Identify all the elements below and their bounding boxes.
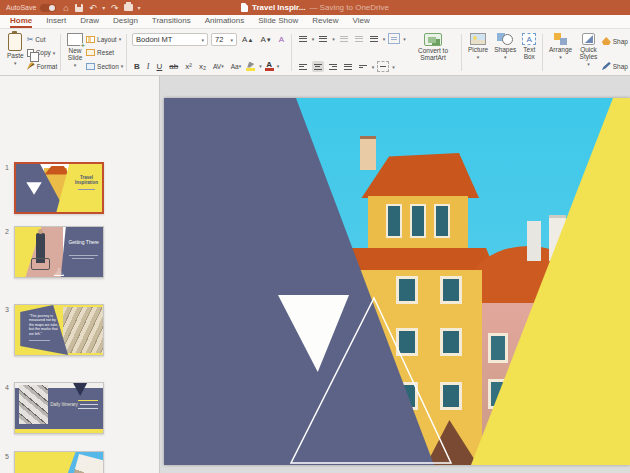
shrink-font-button[interactable]: A▼ (258, 34, 273, 46)
tab-insert[interactable]: Insert (46, 16, 66, 28)
picture-button[interactable]: Picture ▾ (465, 32, 491, 73)
columns-button[interactable] (388, 33, 400, 44)
underline-button[interactable]: U (155, 60, 165, 72)
thumb2-title: Getting There (68, 240, 100, 246)
new-slide-icon (67, 33, 83, 46)
paste-button[interactable]: Paste ▾ (4, 32, 27, 73)
cut-button[interactable]: ✂Cut (27, 33, 58, 45)
thumb4-yellow-strip (15, 429, 103, 434)
tab-draw[interactable]: Draw (80, 16, 99, 28)
italic-button[interactable]: I (145, 60, 152, 72)
ribbon-separator (60, 34, 61, 71)
ribbon-separator (291, 34, 292, 71)
slide-thumbnail-5[interactable]: Trip Goals (14, 451, 104, 473)
quick-styles-icon (582, 33, 595, 45)
shape-fill-button[interactable]: Shap (602, 35, 628, 47)
white-outline-triangle-shape[interactable] (164, 98, 630, 465)
redo-icon[interactable]: ↷ (109, 3, 120, 13)
slide-canvas[interactable] (164, 98, 630, 465)
tab-animations[interactable]: Animations (205, 16, 245, 28)
tab-transitions[interactable]: Transitions (152, 16, 191, 28)
thumb2-subtitle-bar (72, 258, 94, 259)
shapes-icon (497, 33, 513, 45)
slide-number: 4 (5, 384, 9, 391)
save-icon[interactable] (75, 4, 83, 12)
text-box-icon: A (522, 33, 536, 45)
change-case-button[interactable]: Aa ▾ (229, 60, 243, 72)
arrange-group: Arrange ▾ Quick Styles ▾ Shap Shap (546, 32, 628, 73)
shape-outline-icon (602, 62, 611, 70)
paste-caret-icon[interactable]: ▾ (14, 60, 17, 66)
line-spacing-button[interactable] (368, 33, 380, 44)
convert-to-smartart-button[interactable]: Convert to SmartArt (408, 32, 458, 73)
ribbon-separator (126, 34, 127, 71)
home-icon[interactable]: ⌂ (60, 3, 71, 13)
thumb2-slate-shape (61, 227, 103, 277)
thumb4-photo (19, 385, 49, 424)
new-slide-button[interactable]: New Slide ▾ (64, 32, 86, 73)
quick-styles-button[interactable]: Quick Styles ▾ (575, 32, 602, 73)
section-icon (86, 63, 95, 70)
thumb2-bicycle (31, 258, 50, 270)
align-center-button[interactable] (312, 61, 324, 72)
justify-button[interactable] (342, 61, 354, 72)
undo-icon[interactable]: ↶ (87, 3, 98, 13)
tab-design[interactable]: Design (113, 16, 138, 28)
decrease-indent-button[interactable] (338, 33, 350, 44)
section-button[interactable]: Section ▾ (86, 60, 123, 72)
text-box-button[interactable]: A Text Box (519, 32, 539, 73)
reset-button[interactable]: Reset (86, 47, 123, 59)
increase-indent-button[interactable] (353, 33, 365, 44)
numbering-button[interactable] (317, 33, 329, 44)
autosave-toggle[interactable] (40, 4, 56, 12)
align-left-button[interactable] (297, 61, 309, 72)
tab-view[interactable]: View (353, 16, 370, 28)
clear-formatting-button[interactable]: A (277, 34, 286, 46)
text-highlight-button[interactable] (246, 62, 256, 71)
slide-thumbnail-4[interactable]: Daily Itinerary (14, 382, 104, 434)
thumb4-title: Daily Itinerary (50, 402, 78, 407)
clipboard-group: Paste ▾ ✂Cut Copy ▾ Format (4, 32, 57, 73)
arrange-icon (554, 33, 568, 45)
slide-editor-area (161, 76, 630, 473)
character-spacing-button[interactable]: AV ▾ (211, 60, 226, 72)
thumb4-bullet-bar (78, 408, 97, 409)
bullets-button[interactable] (297, 33, 309, 44)
format-painter-button[interactable]: Format (27, 60, 58, 72)
align-right-button[interactable] (327, 61, 339, 72)
align-text-button[interactable] (377, 61, 389, 72)
superscript-button[interactable]: x² (183, 60, 194, 72)
thumb4-bullet-bar (80, 404, 98, 405)
thumb1-title: Travel Inspiration (74, 175, 100, 185)
shapes-button[interactable]: Shapes ▾ (491, 32, 519, 73)
font-size-select[interactable]: 72▾ (211, 33, 237, 46)
copy-button[interactable]: Copy ▾ (27, 47, 58, 59)
tab-slide-show[interactable]: Slide Show (258, 16, 298, 28)
title-bar: AutoSave ⌂ ↶ ▾ ↷ ▾ Travel Inspir... — Sa… (0, 0, 630, 15)
new-slide-caret-icon[interactable]: ▾ (74, 62, 77, 68)
undo-caret-icon[interactable]: ▾ (102, 4, 105, 11)
slide-thumbnail-3[interactable]: "The journey is measured not by the maps… (14, 304, 104, 356)
bold-button[interactable]: B (132, 60, 142, 72)
font-color-button[interactable]: A (265, 61, 274, 72)
thumb4-bullet-bar (78, 400, 97, 401)
grow-font-button[interactable]: A▲ (240, 34, 255, 46)
text-direction-button[interactable] (357, 61, 369, 72)
titlebar-more-caret-icon[interactable]: ▾ (137, 4, 140, 11)
tab-home[interactable]: Home (10, 16, 32, 28)
subscript-button[interactable]: x₂ (197, 60, 208, 72)
layout-icon (86, 36, 95, 43)
font-family-select[interactable]: Bodoni MT▾ (132, 33, 208, 46)
slide-thumbnail-1[interactable]: Travel Inspiration (14, 162, 104, 214)
arrange-button[interactable]: Arrange ▾ (546, 32, 575, 73)
cut-icon: ✂ (27, 35, 34, 44)
document-title: Travel Inspir... (252, 3, 305, 12)
tab-review[interactable]: Review (312, 16, 338, 28)
layout-button[interactable]: Layout ▾ (86, 33, 123, 45)
print-icon[interactable] (124, 4, 133, 11)
document-save-status: — Saving to OneDrive (309, 3, 389, 12)
strikethrough-button[interactable]: ab (167, 60, 180, 72)
shape-outline-button[interactable]: Shap (602, 60, 628, 72)
paragraph-group: ▾ ▾ ▾ ▾ ▾ ▾ (295, 32, 408, 73)
slide-thumbnail-2[interactable]: Getting There (14, 226, 104, 278)
